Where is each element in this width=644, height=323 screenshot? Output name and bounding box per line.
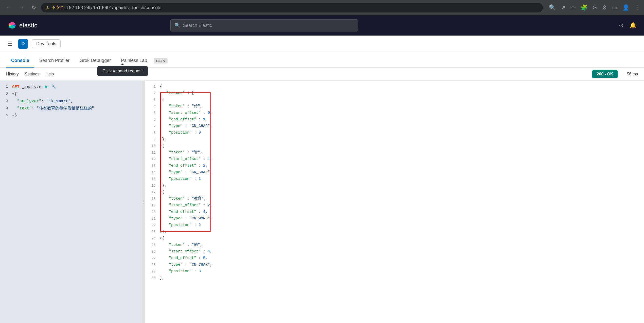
share-icon[interactable]: ↗ [561, 4, 565, 11]
fold-9[interactable]: ▲ [160, 136, 162, 143]
output-line-6: 6 "end_offset" : 1, [145, 116, 644, 123]
line-content-5: } [14, 112, 140, 119]
bookmark-icon[interactable]: ☆ [570, 4, 576, 11]
url-text: 192.168.245.151:5601/app/dev_tools#/cons… [66, 5, 538, 10]
output-line-8: 8 "position" : 0 [145, 130, 644, 136]
output-line-9: 9 ▲ }, [145, 136, 644, 143]
tab-console[interactable]: Console [6, 58, 34, 68]
elastic-header: elastic 🔍 Search Elastic ⊙ 🔔 [0, 15, 644, 36]
toolbar: History Settings Help 200 - OK 56 ms [0, 68, 644, 81]
editor-line-2: 2 ▼ { [0, 91, 142, 98]
elastic-logo[interactable]: elastic [8, 21, 38, 30]
output-line-17: 17 ▼ { [145, 189, 644, 196]
tabs-bar: Console Search Profiler Grok Debugger Pa… [0, 52, 644, 68]
method-get: GET [12, 85, 20, 89]
key-text: "text" [17, 106, 32, 111]
security-warning-icon: ⚠ [46, 5, 49, 10]
fold-arrow-2[interactable]: ▼ [12, 91, 14, 98]
line-content-4: "text": "传智教育的教学质量是杠杠的" [12, 105, 140, 112]
search-bar-placeholder: Search Elastic [183, 23, 212, 28]
forward-button[interactable]: → [17, 3, 26, 12]
output-line-5: 5 "start_offset" : 0, [145, 110, 644, 116]
address-bar[interactable]: ⚠ 不安全 192.168.245.151:5601/app/dev_tools… [41, 3, 543, 12]
editor-panel: 1 GET _analyze ▶ 🔧 2 ▼ { 3 "analyzer": "… [0, 81, 142, 323]
help-circle-icon[interactable]: ⊙ [619, 22, 623, 29]
beta-badge: BETA [154, 58, 167, 63]
security-warning-text: 不安全 [52, 5, 64, 10]
split-screen-icon[interactable]: ▭ [612, 4, 617, 11]
output-line-26: 26 "start_offset" : 4, [145, 248, 644, 255]
browser-chrome: ← → ↻ ⚠ 不安全 192.168.245.151:5601/app/dev… [0, 0, 644, 15]
help-button[interactable]: Help [46, 71, 54, 77]
search-bar-icon: 🔍 [175, 23, 180, 28]
output-line-20: 20 "end_offset" : 4, [145, 209, 644, 215]
output-line-25: 25 "token" : "的", [145, 242, 644, 248]
svg-point-3 [13, 24, 16, 26]
dev-tools-label-button[interactable]: Dev Tools [32, 39, 61, 48]
tooltip-container: Click to send request [97, 66, 148, 76]
output-line-15: 15 "position" : 1 [145, 176, 644, 182]
endpoint: _analyze [22, 85, 41, 89]
wrench-icon[interactable]: 🔧 [51, 84, 57, 91]
key-analyzer: "analyzer" [17, 99, 41, 104]
output-line-11: 11 "token" : "智", [145, 149, 644, 156]
output-line-22: 22 "position" : 2 [145, 222, 644, 229]
profile-icon[interactable]: 👤 [622, 4, 629, 11]
editor-line-1: 1 GET _analyze ▶ 🔧 [0, 83, 142, 91]
output-line-30: 30 }, [145, 275, 644, 281]
search-icon[interactable]: 🔍 [549, 4, 556, 11]
line-num-2: 2 [2, 91, 12, 98]
dev-tools-avatar: D [18, 39, 28, 49]
line-num-5: 5 [2, 112, 12, 119]
output-line-29: 29 "position" : 3 [145, 268, 644, 275]
notifications-icon[interactable]: 🔔 [630, 22, 636, 29]
run-button[interactable]: ▶ [45, 83, 48, 90]
elastic-search-bar[interactable]: 🔍 Search Elastic [170, 19, 358, 31]
extension-icon[interactable]: 🧩 [581, 4, 587, 11]
reload-button[interactable]: ↻ [29, 3, 38, 12]
editor-content[interactable]: 1 GET _analyze ▶ 🔧 2 ▼ { 3 "analyzer": "… [0, 81, 142, 323]
tab-search-profiler[interactable]: Search Profiler [34, 58, 75, 68]
elastic-logo-icon [8, 21, 17, 30]
fold-16[interactable]: ▲ [160, 182, 162, 189]
line-content-1: GET _analyze ▶ 🔧 [12, 83, 140, 91]
output-line-4: 4 "token" : "传", [145, 103, 644, 110]
output-line-23: 23 ▲ }, [145, 229, 644, 235]
tooltip-box: Click to send request [97, 66, 148, 76]
val-text: "传智教育的教学质量是杠杠的" [37, 106, 94, 111]
time-badge: 56 ms [627, 72, 638, 76]
val-analyzer: "ik_smart" [46, 99, 70, 104]
fold-2[interactable]: ▼ [160, 90, 162, 96]
extensions-icon[interactable]: ⚙ [602, 4, 607, 11]
back-button[interactable]: ← [4, 3, 14, 12]
output-line-3: 3 ▼ { [145, 96, 644, 103]
browser-toolbar-icons: 🔍 ↗ ☆ 🧩 G ⚙ ▭ 👤 ⋮ [549, 4, 640, 11]
fold-17[interactable]: ▼ [160, 189, 162, 196]
line-num-4: 4 [2, 105, 12, 112]
line-num-1: 1 [2, 83, 12, 90]
settings-button[interactable]: Settings [25, 71, 40, 77]
output-line-10: 10 ▼ { [145, 143, 644, 149]
svg-point-2 [9, 24, 11, 26]
panel-divider[interactable]: ⋮ [142, 81, 145, 323]
output-line-27: 27 "end_offset" : 5, [145, 255, 644, 262]
fold-10[interactable]: ▼ [160, 143, 162, 149]
output-content[interactable]: 1 { 2 ▼ "tokens" : [ 3 ▼ { 4 "token" : "… [145, 81, 644, 323]
hamburger-button[interactable]: ☰ [6, 39, 14, 49]
output-line-7: 7 "type" : "CN_CHAR", [145, 123, 644, 130]
translate-icon[interactable]: G [593, 4, 597, 11]
menu-icon[interactable]: ⋮ [634, 4, 640, 11]
output-line-16: 16 ▲ }, [145, 182, 644, 189]
fold-arrow-5[interactable]: ▲ [12, 112, 14, 119]
output-line-18: 18 "token" : "教育", [145, 196, 644, 202]
output-line-28: 28 "type" : "CN_CHAR", [145, 262, 644, 268]
fold-3[interactable]: ▼ [160, 96, 162, 103]
line-num-3: 3 [2, 98, 12, 105]
output-line-13: 13 "end_offset" : 2, [145, 163, 644, 169]
status-badge: 200 - OK [592, 70, 618, 78]
history-button[interactable]: History [6, 71, 19, 77]
line-content-2: { [14, 91, 140, 98]
output-line-2: 2 ▼ "tokens" : [ [145, 90, 644, 96]
fold-24[interactable]: ▼ [160, 235, 162, 242]
fold-23[interactable]: ▲ [160, 229, 162, 235]
